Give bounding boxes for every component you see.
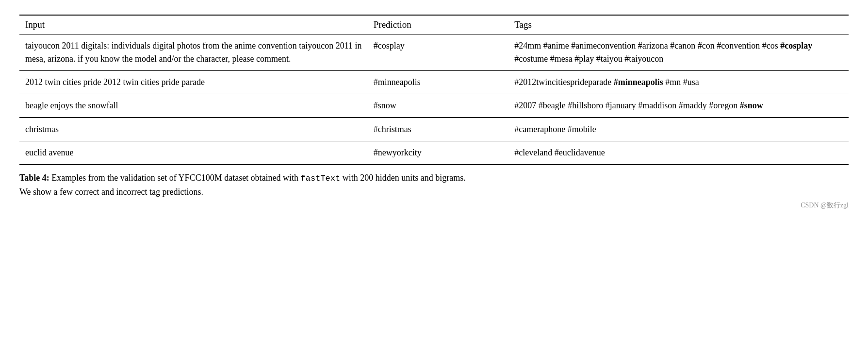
data-table: Input Prediction Tags taiyoucon 2011 dig… bbox=[19, 15, 849, 165]
header-prediction: Prediction bbox=[368, 15, 509, 34]
header-row: Input Prediction Tags bbox=[19, 15, 849, 34]
cell-prediction: #minneapolis bbox=[368, 71, 509, 94]
table-container: Input Prediction Tags taiyoucon 2011 dig… bbox=[19, 15, 849, 210]
cell-prediction: #newyorkcity bbox=[368, 141, 509, 165]
cell-prediction: #christmas bbox=[368, 118, 509, 141]
caption-monospace: fastText bbox=[301, 174, 341, 183]
caption-text2: with 200 hidden units and bigrams. bbox=[340, 173, 465, 183]
cell-input: euclid avenue bbox=[19, 141, 368, 165]
watermark: CSDN @数行zgl bbox=[19, 201, 849, 210]
cell-tags: #24mm #anime #animeconvention #arizona #… bbox=[508, 34, 849, 71]
table-caption: Table 4: Examples from the validation se… bbox=[19, 171, 849, 199]
table-row: 2012 twin cities pride 2012 twin cities … bbox=[19, 71, 849, 94]
cell-tags: #cameraphone #mobile bbox=[508, 118, 849, 141]
cell-prediction: #cosplay bbox=[368, 34, 509, 71]
cell-prediction: #snow bbox=[368, 94, 509, 118]
caption-line2: We show a few correct and incorrect tag … bbox=[19, 187, 203, 197]
caption-text: Examples from the validation set of YFCC… bbox=[49, 173, 301, 183]
table-row: euclid avenue#newyorkcity#cleveland #euc… bbox=[19, 141, 849, 165]
table-row: taiyoucon 2011 digitals: individuals dig… bbox=[19, 34, 849, 71]
table-row: christmas#christmas#cameraphone #mobile bbox=[19, 118, 849, 141]
header-tags: Tags bbox=[508, 15, 849, 34]
cell-tags: #2012twincitiesprideparade #minneapolis … bbox=[508, 71, 849, 94]
cell-input: 2012 twin cities pride 2012 twin cities … bbox=[19, 71, 368, 94]
header-input: Input bbox=[19, 15, 368, 34]
table-row: beagle enjoys the snowfall#snow#2007 #be… bbox=[19, 94, 849, 118]
cell-tags: #cleveland #euclidavenue bbox=[508, 141, 849, 165]
cell-input: taiyoucon 2011 digitals: individuals dig… bbox=[19, 34, 368, 71]
cell-input: beagle enjoys the snowfall bbox=[19, 94, 368, 118]
cell-tags: #2007 #beagle #hillsboro #january #maddi… bbox=[508, 94, 849, 118]
caption-label: Table 4: bbox=[19, 173, 49, 183]
cell-input: christmas bbox=[19, 118, 368, 141]
